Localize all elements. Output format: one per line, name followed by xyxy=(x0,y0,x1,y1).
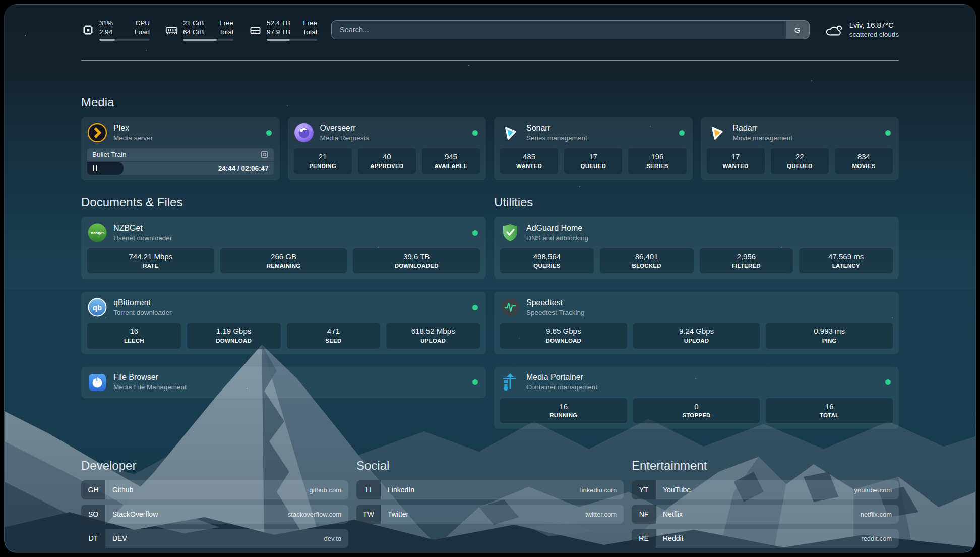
cpu-usage-value: 31% xyxy=(99,19,113,28)
bookmark-stackoverflow[interactable]: SO StackOverflow stackoverflow.com xyxy=(81,505,348,524)
stat-available: 945AVAILABLE xyxy=(422,148,480,174)
weather-widget: Lviv, 16.87°C scattered clouds xyxy=(824,20,899,39)
service-subtitle: Container management xyxy=(526,383,597,392)
bookmark-github[interactable]: GH Github github.com xyxy=(81,480,348,499)
cpu-load-value: 2.94 xyxy=(99,28,113,37)
pause-button[interactable] xyxy=(87,162,124,175)
cpu-progress-bar xyxy=(99,39,150,41)
radarr-icon xyxy=(707,123,727,143)
status-dot xyxy=(885,379,891,385)
memory-total-value: 64 GiB xyxy=(183,28,204,37)
status-dot xyxy=(472,305,478,310)
service-title: qBittorrent xyxy=(113,298,172,308)
stat-queued: 17QUEUED xyxy=(564,148,622,174)
status-dot xyxy=(472,230,478,236)
section-heading-documents: Documents & Files xyxy=(81,194,486,211)
bookmark-name: YouTube xyxy=(656,480,854,499)
svg-text:nzbget: nzbget xyxy=(91,231,104,235)
stat-series: 196SERIES xyxy=(628,148,686,174)
disk-total-value: 97.9 TB xyxy=(267,28,290,37)
stat-total: 16TOTAL xyxy=(766,398,893,423)
adguard-icon xyxy=(500,222,520,243)
bookmark-netflix[interactable]: NF Netflix netflix.com xyxy=(632,505,899,524)
weather-condition: scattered clouds xyxy=(849,30,899,39)
memory-total-label: Total xyxy=(219,28,233,37)
search-input[interactable] xyxy=(332,21,786,39)
service-title: Plex xyxy=(113,123,153,133)
service-subtitle: Media Requests xyxy=(320,134,370,143)
service-title: Speedtest xyxy=(526,298,585,308)
service-card-plex[interactable]: Plex Media server Bullet Train xyxy=(81,117,280,180)
service-card-radarr[interactable]: Radarr Movie management 17WANTED 22QUEUE… xyxy=(701,117,899,180)
bookmark-name: Netflix xyxy=(656,505,861,524)
stat-running: 16RUNNING xyxy=(500,398,627,423)
stat-seed: 471SEED xyxy=(287,323,381,348)
bookmark-name: LinkedIn xyxy=(381,480,580,499)
stat-upload: 618.52 MbpsUPLOAD xyxy=(386,323,480,348)
bookmark-twitter[interactable]: TW Twitter twitter.com xyxy=(356,505,624,524)
bookmark-youtube[interactable]: YT YouTube youtube.com xyxy=(632,480,899,499)
scattered-clouds-icon xyxy=(824,22,843,38)
bookmark-abbr: GH xyxy=(81,480,105,499)
service-title: Sonarr xyxy=(526,123,587,133)
stat-stopped: 0STOPPED xyxy=(633,398,760,423)
service-subtitle: Speedtest Tracking xyxy=(526,309,585,317)
stat-wanted: 485WANTED xyxy=(500,148,558,174)
bookmark-url: dev.to xyxy=(324,529,348,548)
bookmark-dev[interactable]: DT DEV dev.to xyxy=(81,529,348,548)
disk-icon xyxy=(249,23,262,37)
bookmark-name: Reddit xyxy=(656,529,861,548)
service-card-overseerr[interactable]: Overseerr Media Requests 21PENDING 40APP… xyxy=(288,117,486,180)
service-card-adguard[interactable]: AdGuard Home DNS and adblocking 498,564Q… xyxy=(494,217,899,279)
memory-widget: 21 GiB 64 GiB Free Total xyxy=(165,19,233,41)
disk-progress-bar xyxy=(267,39,317,41)
service-card-qbittorrent[interactable]: qb qBittorrent Torrent downloader xyxy=(81,292,486,354)
search-provider-button[interactable]: G xyxy=(786,21,809,39)
service-card-sonarr[interactable]: Sonarr Series management 485WANTED 17QUE… xyxy=(494,117,693,180)
bookmark-url: youtube.com xyxy=(854,480,899,499)
stat-filtered: 2,956FILTERED xyxy=(700,248,793,273)
stat-latency: 47.569 msLATENCY xyxy=(799,248,893,273)
service-card-nzbget[interactable]: nzbget NZBGet Usenet downloader 74 xyxy=(81,217,486,279)
cpu-icon xyxy=(81,23,95,37)
stat-upload: 9.24 GbpsUPLOAD xyxy=(633,323,760,348)
service-subtitle: Movie management xyxy=(733,134,793,143)
disk-free-label: Free xyxy=(303,19,317,28)
sonarr-icon xyxy=(500,123,520,143)
stat-remaining: 266 GBREMAINING xyxy=(220,248,347,273)
bookmark-abbr: NF xyxy=(632,505,656,524)
bookmark-linkedin[interactable]: LI LinkedIn linkedin.com xyxy=(356,480,624,499)
svg-text:qb: qb xyxy=(93,303,102,312)
memory-free-label: Free xyxy=(219,19,233,28)
header-divider xyxy=(81,60,899,61)
service-card-portainer[interactable]: Media Portainer Container management 16R… xyxy=(494,367,899,429)
resource-widgets: 31% 2.94 CPU Load xyxy=(81,19,317,41)
section-heading-entertainment: Entertainment xyxy=(632,457,899,474)
info-bar: 31% 2.94 CPU Load xyxy=(81,16,899,44)
cpu-usage-label: CPU xyxy=(135,19,150,28)
stat-approved: 40APPROVED xyxy=(358,148,416,174)
session-view-icon[interactable] xyxy=(260,150,269,159)
stat-movies: 834MOVIES xyxy=(835,148,893,174)
cpu-load-label: Load xyxy=(135,28,150,37)
stat-leech: 16LEECH xyxy=(87,323,181,348)
bookmark-reddit[interactable]: RE Reddit reddit.com xyxy=(632,529,899,548)
documents-column: Documents & Files nzbget xyxy=(81,194,486,429)
playback-progress-bar: 24:44 / 02:06:47 xyxy=(87,162,274,175)
bookmark-url: twitter.com xyxy=(585,505,624,524)
bookmark-group-social: Social LI LinkedIn linkedin.com TW Twitt… xyxy=(356,457,624,548)
bookmark-url: netflix.com xyxy=(861,505,899,524)
service-title: AdGuard Home xyxy=(526,223,588,233)
service-card-speedtest[interactable]: Speedtest Speedtest Tracking 9.65 GbpsDO… xyxy=(494,292,899,354)
bookmark-group-developer: Developer GH Github github.com SO StackO… xyxy=(81,457,348,548)
bookmark-abbr: DT xyxy=(81,529,105,548)
bookmark-abbr: LI xyxy=(356,480,381,499)
service-card-filebrowser[interactable]: File Browser Media File Management xyxy=(81,367,486,398)
service-title: NZBGet xyxy=(113,223,172,233)
stat-queries: 498,564QUERIES xyxy=(500,248,594,273)
stat-blocked: 86,401BLOCKED xyxy=(600,248,694,273)
service-subtitle: Usenet downloader xyxy=(113,234,172,243)
section-heading-utilities: Utilities xyxy=(494,194,899,211)
memory-progress-bar xyxy=(183,39,233,41)
plex-now-playing: Bullet Train 24:44 / 02:06:47 xyxy=(87,148,274,175)
